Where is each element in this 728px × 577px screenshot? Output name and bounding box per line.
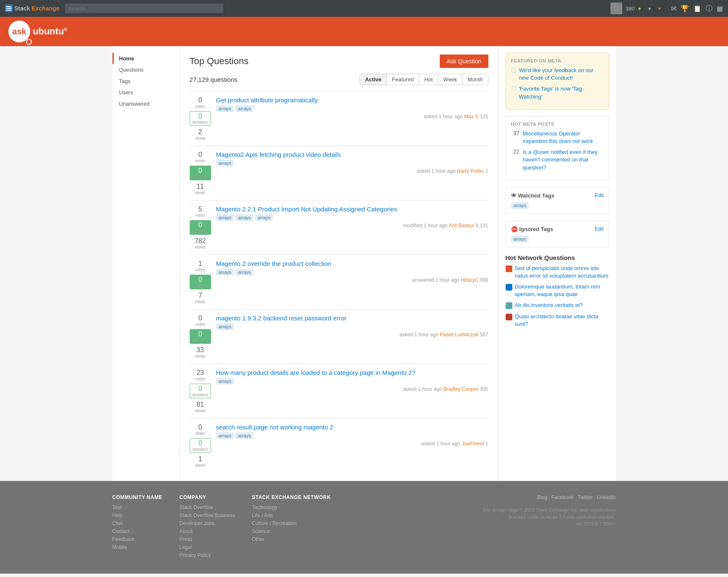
q-body-4: magento 1.9.3.2 backend reset password e… xyxy=(216,314,488,338)
search-input[interactable] xyxy=(65,3,224,14)
q-title-2[interactable]: Magento 2.2.1 Product Import Not Updatin… xyxy=(216,205,488,213)
checkbox-icon-2: ☐ xyxy=(511,86,517,92)
footer-link-jobs[interactable]: Developer Jobs xyxy=(180,520,235,526)
watched-tags-list: arrays xyxy=(511,202,604,208)
svg-rect-2 xyxy=(6,8,11,9)
q-title-0[interactable]: Get product attribute programatically xyxy=(216,96,488,104)
main-container: Home Questions Tags Users Unanswered Top… xyxy=(112,46,616,481)
footer-link-mobile[interactable]: Mobile xyxy=(112,544,163,550)
footer-link-privacy[interactable]: Privacy Policy xyxy=(180,552,235,558)
q-tag-4-0[interactable]: arrays xyxy=(216,323,234,330)
votes-label-3: votes xyxy=(195,268,205,272)
achievements-icon[interactable]: 🏆 xyxy=(681,5,689,13)
footer-link-about[interactable]: About xyxy=(180,528,235,534)
footer-facebook[interactable]: Facebook xyxy=(551,494,574,500)
footer-link-science[interactable]: Science xyxy=(252,528,331,534)
filter-tab-week[interactable]: Week xyxy=(438,74,462,85)
q-tag-6-0[interactable]: arrays xyxy=(216,432,234,439)
filter-tab-month[interactable]: Month xyxy=(462,74,488,85)
filter-tab-active[interactable]: Active xyxy=(360,74,387,85)
footer-link-contact[interactable]: Contact xyxy=(112,528,163,534)
hot-network-link-4[interactable]: Quasi architecto beatae vitae dicta sunt… xyxy=(515,313,609,328)
watched-tags-title: 👁 Watched Tags xyxy=(511,192,555,199)
q-tag-2-0[interactable]: arrays xyxy=(216,214,234,221)
ignored-tag-arrays[interactable]: arrays xyxy=(511,236,529,242)
q-tag-1-0[interactable]: arrays xyxy=(216,160,234,166)
help-icon[interactable]: ⓘ xyxy=(706,4,712,13)
watched-tags-header: 👁 Watched Tags Edit xyxy=(511,192,604,199)
network-heading: STACK EXCHANGE NETWORK xyxy=(252,494,331,500)
q-title-5[interactable]: How many product details are loaded to a… xyxy=(216,369,488,376)
ask-question-button[interactable]: Ask Question xyxy=(440,55,488,68)
q-tag-2-2[interactable]: arrays xyxy=(255,214,273,221)
footer-link-chat[interactable]: Chat xyxy=(112,520,163,526)
q-user-5[interactable]: Bradley Cooper xyxy=(444,386,478,392)
q-title-4[interactable]: magento 1.9.3.2 backend reset password e… xyxy=(216,314,488,322)
top-nav-right: 380 ● 1 ● 8 ● 29 ✉ 🏆 📋 ⓘ ▦ xyxy=(611,3,723,14)
review-icon[interactable]: 📋 xyxy=(693,5,702,13)
q-title-1[interactable]: Magento2 Apis fetching product video det… xyxy=(216,151,488,158)
footer-link-technology[interactable]: Technology xyxy=(252,504,331,510)
filter-tab-featured[interactable]: Featured xyxy=(387,74,419,85)
footer-community: COMMUNITY NAME Tour Help Chat Contact Fe… xyxy=(112,494,163,560)
q-title-6[interactable]: search result page not working magento 2 xyxy=(216,424,488,431)
q-tag-3-0[interactable]: arrays xyxy=(216,269,234,276)
q-title-3[interactable]: Magento 2 override the product collectio… xyxy=(216,260,488,267)
chat-icon[interactable]: ▦ xyxy=(717,5,723,13)
sidebar-item-unanswered[interactable]: Unanswered xyxy=(112,98,179,109)
q-tag-6-1[interactable]: arrays xyxy=(235,432,253,439)
inbox-icon[interactable]: ✉ xyxy=(671,5,676,13)
footer-linkedin[interactable]: LinkedIn xyxy=(597,494,616,500)
q-stats-3: 1 votes 0 answers 7 views xyxy=(190,260,211,304)
q-meta-2: modified 1 hour ago Anil Baskur 8,131 xyxy=(216,223,488,229)
footer-link-legal[interactable]: Legal xyxy=(180,544,235,550)
hot-meta-link-1[interactable]: Miscellaneous Operator inquestion:this d… xyxy=(523,130,604,145)
sidebar-item-tags[interactable]: Tags xyxy=(112,75,179,87)
footer-link-so-business[interactable]: Stack Overflow Business xyxy=(180,512,235,518)
featured-link-1[interactable]: We'd like your feedback on our new Code … xyxy=(519,67,604,82)
footer-blog[interactable]: Blog xyxy=(537,494,547,500)
q-user-1[interactable]: Harry Potter xyxy=(457,168,484,174)
q-tag-2-1[interactable]: arrays xyxy=(235,214,253,221)
hot-site-icon-2 xyxy=(506,284,512,291)
watched-tags-edit[interactable]: Edit xyxy=(595,192,604,198)
footer-twitter[interactable]: Twitter xyxy=(578,494,592,500)
footer-link-help[interactable]: Help xyxy=(112,512,163,518)
footer-link-stackoverflow[interactable]: Stack Overflow xyxy=(180,504,235,510)
q-user-0[interactable]: Max S xyxy=(464,114,478,120)
q-tag-3-1[interactable]: arrays xyxy=(235,269,253,276)
votes-box-0: 0 votes xyxy=(195,96,205,109)
sidebar-item-questions[interactable]: Questions xyxy=(112,64,179,75)
footer-link-life-arts[interactable]: Life / Arts xyxy=(252,512,331,518)
filter-tab-hot[interactable]: Hot xyxy=(419,74,438,85)
q-body-0: Get product attribute programatically ar… xyxy=(216,96,488,120)
views-label-3: views xyxy=(195,299,206,304)
watched-tag-arrays[interactable]: arrays xyxy=(511,202,529,209)
footer-link-press[interactable]: Press xyxy=(180,536,235,542)
q-meta-4: asked 1 hour ago Pawel Ludwiczak 567 xyxy=(216,332,488,338)
q-tag-0-1[interactable]: arrays xyxy=(235,105,253,112)
footer-link-tour[interactable]: Tour xyxy=(112,504,163,510)
answers-box-2: 0 answers xyxy=(190,220,211,235)
footer-link-feedback[interactable]: Feedback xyxy=(112,536,163,542)
sidebar-item-home[interactable]: Home xyxy=(112,53,179,64)
sidebar-item-users[interactable]: Users xyxy=(112,87,179,98)
q-user-6[interactable]: JoeFirend xyxy=(462,441,484,447)
featured-link-2[interactable]: 'Favorite Tags' is now 'Tag Watching' xyxy=(519,85,604,100)
footer-link-other[interactable]: Other xyxy=(252,536,331,542)
hot-network-link-1[interactable]: Sed ut perspiciatis unde omnis iste natu… xyxy=(515,265,609,280)
views-box-5: 81 views xyxy=(195,401,206,413)
hot-network-link-2[interactable]: Doloremque laudantium, totam rem aperiam… xyxy=(515,283,609,298)
q-tag-0-0[interactable]: arrays xyxy=(216,105,234,112)
q-user-3[interactable]: HillaryC xyxy=(461,277,478,283)
site-logo-nav[interactable]: StackExchange xyxy=(5,5,60,12)
site-logo[interactable]: ask ubuntu® xyxy=(8,21,68,42)
footer-link-culture[interactable]: Culture / Recreation xyxy=(252,520,331,526)
avatar[interactable] xyxy=(611,3,622,14)
q-user-4[interactable]: Pawel Ludwiczak xyxy=(440,332,478,338)
ignored-tags-edit[interactable]: Edit xyxy=(595,226,604,232)
q-tag-5-0[interactable]: arrays xyxy=(216,378,234,385)
q-user-2[interactable]: Anil Baskur xyxy=(449,223,474,229)
hot-network-link-3[interactable]: Ab illo inventore veritatis et? xyxy=(515,301,583,309)
hot-meta-link-2[interactable]: Is a @user notified even if they haven't… xyxy=(523,148,604,172)
